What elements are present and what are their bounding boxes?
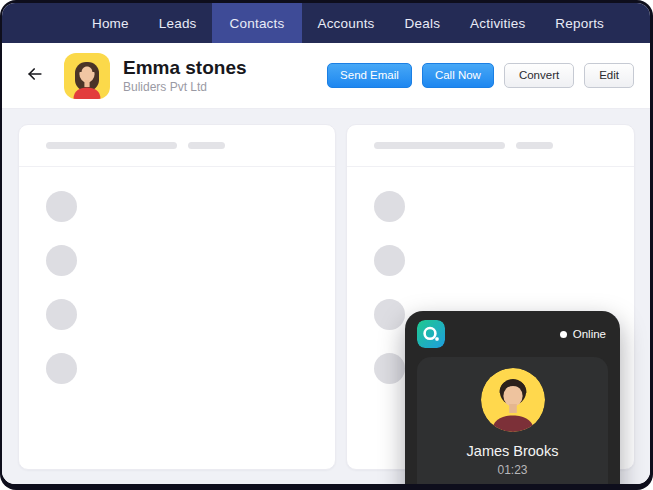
top-navbar: HomeLeadsContactsAccountsDealsActivities… [2,3,650,43]
skeleton-avatar-circle [46,191,77,222]
skeleton-list-item [46,353,317,384]
content-area: Online [2,109,650,484]
dialer-app-logo-icon [417,320,445,348]
caller-avatar [481,368,545,432]
left-skeleton-panel [18,124,336,470]
edit-button[interactable]: Edit [584,63,634,89]
caller-name: James Brooks [467,443,559,459]
call-widget[interactable]: Online [405,311,620,484]
skeleton-card-body [19,167,335,384]
contact-company: Buliders Pvt Ltd [123,80,247,94]
skeleton-avatar-circle [46,245,77,276]
contact-name: Emma stones [123,57,247,79]
skeleton-bar [516,142,553,149]
skeleton-avatar-circle [374,299,405,330]
nav-item-deals[interactable]: Deals [390,3,456,43]
skeleton-bar [46,142,177,149]
app-window-frame: HomeLeadsContactsAccountsDealsActivities… [0,0,653,490]
skeleton-list-item [374,191,616,222]
contact-header: Emma stones Buliders Pvt Ltd Send EmailC… [2,43,650,109]
online-dot-icon [560,331,567,338]
nav-item-home[interactable]: Home [77,3,144,43]
call-now-button[interactable]: Call Now [422,63,494,89]
skeleton-card-header [19,125,335,167]
convert-button[interactable]: Convert [504,63,574,89]
nav-item-contacts[interactable]: Contacts [212,3,303,43]
skeleton-list-item [46,191,317,222]
online-label: Online [573,328,606,340]
contact-avatar [64,53,110,99]
skeleton-avatar-circle [46,353,77,384]
skeleton-card-header [347,125,634,167]
skeleton-bar [188,142,225,149]
skeleton-bar [374,142,505,149]
call-panel: James Brooks 01:23 [417,357,608,484]
skeleton-list-item [46,299,317,330]
back-button[interactable] [22,63,48,89]
arrow-left-icon [25,64,45,87]
skeleton-avatar-circle [374,191,405,222]
nav-item-leads[interactable]: Leads [144,3,212,43]
skeleton-list-item [374,245,616,276]
crm-app: HomeLeadsContactsAccountsDealsActivities… [2,3,650,484]
nav-item-activities[interactable]: Activities [455,3,540,43]
send-email-button[interactable]: Send Email [327,63,412,89]
skeleton-avatar-circle [374,245,405,276]
nav-item-accounts[interactable]: Accounts [302,3,389,43]
skeleton-avatar-circle [374,353,405,384]
call-timer: 01:23 [497,463,527,477]
header-actions: Send EmailCall NowConvertEdit [327,63,634,89]
call-widget-header: Online [405,311,620,357]
skeleton-avatar-circle [46,299,77,330]
nav-item-reports[interactable]: Reports [540,3,619,43]
call-status: Online [560,328,606,340]
skeleton-list-item [46,245,317,276]
contact-identity: Emma stones Buliders Pvt Ltd [123,57,247,95]
